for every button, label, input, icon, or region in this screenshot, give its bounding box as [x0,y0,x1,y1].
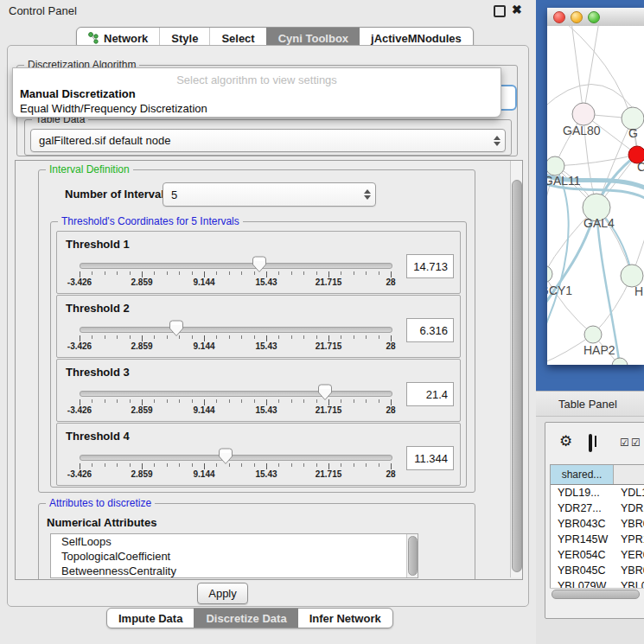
slider-thumb-icon[interactable] [317,384,333,401]
slider-tick-label: 28 [369,341,412,351]
slider-tick [341,335,341,339]
numerical-attributes-list[interactable]: SelfLoopsTopologicalCoefficientBetweenne… [50,533,418,578]
threshold-label: Threshold 1 [66,238,130,251]
network-canvas[interactable]: GAL80GCGAL11GAL4GCY1HHAP2 [547,26,644,365]
table-row[interactable]: YBR043CYBR0 [551,516,644,532]
slider-tick [117,399,118,403]
slider-tick [366,463,367,467]
slider-tick-label: 9.144 [182,341,226,351]
slider-tick-label: 21.715 [307,341,350,351]
settings-vertical-scrollbar[interactable] [510,161,522,577]
slider-track[interactable] [80,263,392,269]
network-node[interactable] [584,326,602,343]
table-row[interactable]: YER054CYER0 [551,547,644,563]
apply-button[interactable]: Apply [197,583,248,604]
zoom-traffic-light[interactable] [588,11,600,23]
slider-tick [80,463,80,469]
slider-tick-label: 21.715 [307,277,350,287]
table-row[interactable]: YBR045CYBR0 [551,563,644,578]
slider-tick [366,335,367,339]
slider-tick-label: 15.43 [245,469,288,479]
close-icon[interactable]: ✖ [512,4,522,15]
network-window-titlebar[interactable] [547,8,644,27]
dropdown-item-equal-width[interactable]: Equal Width/Frequency Discretization [13,101,501,116]
slider-tick [105,271,105,275]
slider-tick [92,335,92,339]
attribute-list-item[interactable]: TopologicalCoefficient [51,549,418,564]
table-row[interactable]: YPR145WYPR1 [551,532,644,547]
slider-tick [366,399,367,403]
column-header-shared[interactable]: shared... [551,465,614,484]
interval-definition-title: Interval Definition [46,163,133,175]
tab-infer-network[interactable]: Infer Network [298,609,392,628]
network-node[interactable] [547,265,552,283]
slider-tick [303,335,304,339]
slider-tick [379,335,379,339]
table-row[interactable]: YDL19...YDL1 [551,485,644,501]
settings-scroll-thumb[interactable] [512,180,522,572]
slider-tick-label: 9.144 [182,469,226,479]
attribute-list-item[interactable]: SelfLoops [51,534,418,549]
slider-tick-label: 28 [369,469,412,479]
list-vertical-scrollbar[interactable] [406,534,418,577]
combo-spinner-icon [489,136,505,146]
slider-tick [241,335,242,339]
slider-track[interactable] [80,391,392,397]
network-node[interactable] [572,103,595,125]
slider-thumb-icon[interactable] [252,256,267,273]
checkbox-checked-icon[interactable]: ☑ [631,437,641,448]
slider-tick [142,399,143,405]
network-node-label: GAL4 [583,216,615,230]
threshold-value-field[interactable]: 14.713 [406,254,454,278]
slider-tick [167,463,168,467]
columns-icon[interactable] [589,434,592,452]
cell-name: YDL1 [614,485,644,501]
network-nodes[interactable]: GAL80GCGAL11GAL4GCY1HHAP2 [547,103,644,365]
dropdown-item-manual-discretization[interactable]: Manual Discretization [13,86,501,101]
tab-discretize-data[interactable]: Discretize Data [194,609,297,628]
slider-thumb-icon[interactable] [169,320,184,337]
slider-tick [266,399,267,405]
slider-tick [341,399,341,403]
minimize-traffic-light[interactable] [571,11,583,23]
list-scroll-thumb[interactable] [408,536,418,576]
table-data-combo[interactable]: galFiltered.sif default node [30,129,506,152]
threshold-panel: Threshold 2 -3.4262.8599.14415.4321.7152… [56,295,461,358]
gear-icon[interactable]: ⚙ [559,435,572,449]
bottom-tab-bar: Impute Data Discretize Data Infer Networ… [106,608,393,628]
slider-tick [391,335,392,341]
cell-name: YDR2 [614,501,644,516]
table-row[interactable]: YDR27...YDR2 [551,501,644,516]
table-horizontal-scrollbar[interactable] [550,588,644,599]
checkbox-checked-icon[interactable]: ☑ [620,437,629,448]
attribute-list-item[interactable]: BetweennessCentrality [51,564,418,578]
close-traffic-light[interactable] [553,11,565,23]
slider-tick-label: 2.859 [120,277,163,287]
slider-tick [328,335,329,341]
cyni-toolbox-panel: Discretization Algorithm Table Data galF… [7,45,529,607]
network-node-label: GAL11 [547,174,581,188]
tab-impute-data[interactable]: Impute Data [107,609,194,628]
slider-thumb-icon[interactable] [218,448,233,465]
threshold-value-field[interactable]: 11.344 [406,446,454,470]
table-panel-body: ⚙ ☑ ☑ shared... na YDL19...YDL1YDR27...Y… [536,417,644,644]
table-panel-titlebar[interactable]: Table Panel [536,391,644,417]
network-node[interactable] [547,156,564,175]
cell-shared-name: YBR045C [551,563,614,578]
slider-tick [254,335,255,339]
slider-tick [328,271,329,277]
slider-tick [278,463,279,467]
network-node-label: H [634,284,643,298]
threshold-value-field[interactable]: 6.316 [406,318,454,342]
number-of-intervals-combo[interactable]: 5 [163,182,376,207]
slider-tick [229,399,230,403]
threshold-value-field[interactable]: 21.4 [406,382,454,406]
float-window-icon[interactable] [494,5,506,17]
column-header-name[interactable]: na [614,465,644,484]
slider-track[interactable] [80,327,392,333]
control-panel: Control Panel ✖ Network Style Select Cyn… [0,0,536,644]
table-hscroll-thumb[interactable] [552,590,640,599]
slider-track[interactable] [80,455,392,461]
slider-tick [192,399,193,403]
slider-tick [154,335,155,339]
